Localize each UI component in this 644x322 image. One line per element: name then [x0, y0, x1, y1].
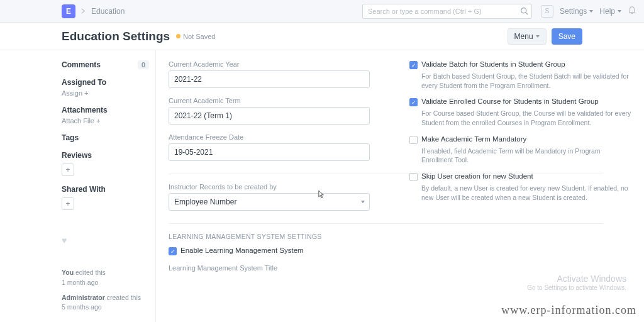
enable-lms-checkbox[interactable]: ✓ [169, 247, 177, 255]
sidebar-comments[interactable]: Comments 0 [62, 60, 149, 69]
main: Comments 0 Assigned To Assign + Attachme… [0, 50, 644, 322]
search-wrap [362, 4, 532, 19]
settings-label: Settings [560, 7, 587, 16]
shared-heading: Shared With [62, 185, 149, 194]
instructor-select[interactable] [169, 193, 370, 211]
reviews-heading: Reviews [62, 151, 149, 160]
validate-course-checkbox[interactable]: ✓ [409, 98, 418, 106]
heart-icon[interactable]: ♥ [62, 235, 149, 245]
menu-button[interactable]: Menu [508, 28, 547, 45]
freeze-date-label: Attendance Freeze Date [169, 133, 391, 141]
freeze-date-input[interactable] [169, 143, 370, 161]
attachments-heading: Attachments [62, 106, 149, 114]
top-right: S Settings Help [541, 5, 636, 18]
search-input[interactable] [362, 4, 532, 19]
meta-edited: edited this [74, 269, 106, 276]
form-area: Current Academic Year Current Academic T… [156, 50, 644, 322]
validate-course-label: Validate Enrolled Course for Students in… [421, 97, 599, 105]
assigned-heading: Assigned To [62, 78, 149, 87]
tags-heading: Tags [62, 133, 149, 142]
attach-file-action[interactable]: Attach File + [62, 117, 149, 125]
acad-year-input[interactable] [169, 70, 370, 88]
caret-down-icon [618, 10, 621, 13]
app-logo[interactable]: E [62, 4, 75, 18]
source-url: www.erp-information.com [501, 304, 636, 317]
save-button[interactable]: Save [552, 28, 582, 45]
meta-you: You [62, 269, 74, 276]
assign-action[interactable]: Assign + [62, 89, 149, 97]
validate-batch-help: For Batch based Student Group, the Stude… [421, 72, 631, 90]
right-column: ✓ Validate Batch for Students in Student… [409, 60, 631, 312]
comments-label: Comments [62, 60, 101, 69]
meta-when2: 5 months ago [62, 303, 149, 313]
skip-user-help: By default, a new User is created for ev… [421, 184, 631, 202]
comments-count: 0 [138, 60, 149, 69]
term-mandatory-help: If enabled, field Academic Term will be … [421, 147, 631, 165]
svg-line-1 [526, 12, 528, 14]
settings-menu[interactable]: Settings [560, 7, 593, 16]
menu-label: Menu [514, 32, 533, 41]
breadcrumb[interactable]: Education [91, 7, 125, 16]
validate-batch-checkbox[interactable]: ✓ [409, 61, 418, 69]
svg-point-0 [521, 8, 526, 13]
help-label: Help [599, 7, 615, 16]
status-label: Not Saved [183, 33, 215, 40]
meta-when1: 1 month ago [62, 278, 149, 288]
instructor-label: Instructor Records to be created by [169, 183, 391, 191]
user-avatar[interactable]: S [541, 5, 553, 18]
caret-down-icon [536, 35, 540, 38]
skip-user-checkbox[interactable] [409, 173, 418, 181]
term-mandatory-checkbox[interactable] [409, 136, 418, 144]
page-title: Education Settings [62, 30, 170, 43]
caret-down-icon [361, 201, 365, 203]
validate-batch-label: Validate Batch for Students in Student G… [421, 60, 565, 68]
unsaved-indicator-icon [176, 34, 180, 38]
validate-course-help: For Course based Student Group, the Cour… [421, 109, 631, 127]
lms-title-label: Learning Management System Title [169, 264, 391, 272]
add-review-button[interactable]: + [62, 164, 74, 176]
acad-year-label: Current Academic Year [169, 60, 391, 68]
top-bar: E Education S Settings Help [0, 0, 644, 23]
acad-term-input[interactable] [169, 107, 370, 125]
meta-created: created this [105, 294, 141, 301]
acad-term-label: Current Academic Term [169, 97, 391, 104]
term-mandatory-label: Make Academic Term Mandatory [421, 135, 526, 143]
chevron-right-icon [80, 8, 86, 14]
logo-letter: E [66, 7, 71, 16]
lms-section-heading: LEARNING MANAGEMENT SYSTEM SETTINGS [169, 233, 391, 240]
title-actions: Menu Save [508, 28, 582, 45]
skip-user-label: Skip User creation for new Student [421, 172, 533, 180]
left-column: Current Academic Year Current Academic T… [169, 60, 391, 312]
timeline-meta: You edited this 1 month ago Administrato… [62, 268, 149, 313]
add-share-button[interactable]: + [62, 197, 74, 210]
enable-lms-label: Enable Learning Management System [180, 247, 304, 254]
bell-icon[interactable] [628, 6, 636, 16]
meta-admin: Administrator [62, 294, 105, 301]
search-icon[interactable] [520, 7, 528, 17]
help-menu[interactable]: Help [599, 7, 621, 16]
user-letter: S [545, 8, 550, 14]
title-bar: Education Settings Not Saved Menu Save [0, 23, 644, 50]
caret-down-icon [589, 10, 593, 13]
sidebar: Comments 0 Assigned To Assign + Attachme… [62, 50, 156, 322]
